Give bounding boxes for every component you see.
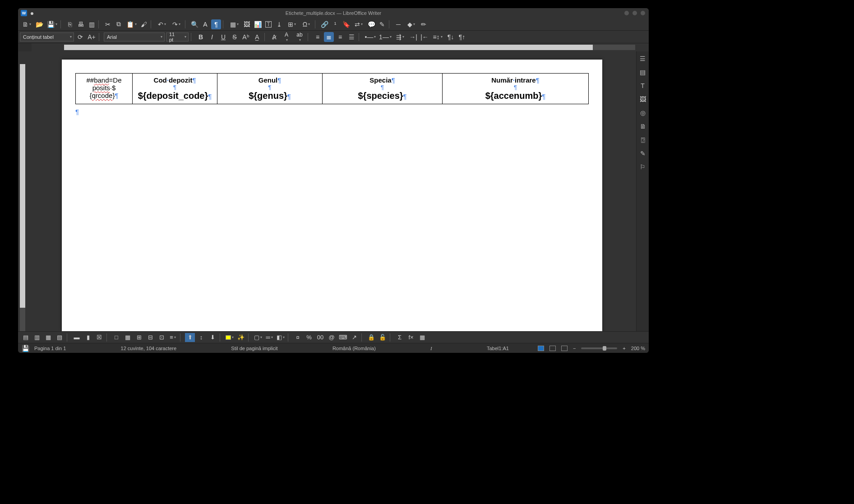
border-color-button[interactable]: ◧	[276, 333, 286, 342]
sum-button[interactable]: Σ	[395, 333, 405, 342]
bold-button[interactable]: B	[196, 32, 206, 42]
insert-field-button[interactable]: ⊞	[285, 19, 299, 29]
comment-button[interactable]: 💬	[366, 19, 376, 29]
align-left-button[interactable]: ≡	[313, 32, 323, 42]
increase-indent-button[interactable]: →|	[408, 32, 418, 42]
insert-page-break-button[interactable]: ⤓	[274, 19, 284, 29]
table-position-status[interactable]: Tabel1:A1	[487, 346, 509, 351]
footnote-button[interactable]: ¹	[330, 19, 340, 29]
window-control-max[interactable]	[632, 11, 637, 15]
insert-textbox-button[interactable]: 🅃	[263, 19, 273, 29]
page[interactable]: ##band=De posits·$ {qrcode}¶ Cod·depozit…	[62, 60, 602, 331]
redo-button[interactable]: ↷	[170, 19, 183, 29]
sidebar-page-icon[interactable]: 🗎	[638, 122, 647, 131]
optimize-button[interactable]: ≡	[168, 333, 178, 342]
sort-button[interactable]: ▦	[417, 333, 427, 342]
insert-col-right-button[interactable]: ▧	[55, 333, 65, 342]
subscript-button[interactable]: A̲	[252, 32, 262, 42]
table-row[interactable]: ##band=De posits·$ {qrcode}¶ Cod·depozit…	[76, 74, 589, 104]
draw-functions-button[interactable]: ✏	[419, 19, 429, 29]
track-changes-button[interactable]: ✎	[377, 19, 387, 29]
language-status[interactable]: Română (România)	[332, 346, 376, 351]
font-size-combo[interactable]: 11 pt	[166, 32, 189, 42]
cut-button[interactable]: ✂	[103, 19, 113, 29]
save-status-icon[interactable]: 💾	[22, 343, 29, 353]
align-center-button[interactable]: ≣	[324, 32, 334, 42]
basic-shapes-button[interactable]: ◆	[404, 19, 418, 29]
select-cell-button[interactable]: □	[111, 333, 121, 342]
hyperlink-button[interactable]: 🔗	[319, 19, 329, 29]
document-table[interactable]: ##band=De posits·$ {qrcode}¶ Cod·depozit…	[75, 73, 589, 104]
insert-mode-status[interactable]: I	[430, 346, 432, 351]
autoformat-button[interactable]: ✨	[236, 333, 246, 342]
copy-button[interactable]: ⧉	[114, 19, 124, 29]
align-bottom-button[interactable]: ⬇	[208, 333, 217, 342]
cell-accenumb[interactable]: Număr·intrare¶ ¶ ${accenumb}¶	[443, 74, 589, 104]
split-cells-button[interactable]: ⊟	[145, 333, 155, 342]
line-button[interactable]: ─	[393, 19, 403, 29]
insert-col-left-button[interactable]: ▦	[43, 333, 53, 342]
sidebar-accessibility-icon[interactable]: ⚐	[638, 162, 647, 171]
delete-table-button[interactable]: ☒	[94, 333, 104, 342]
merge-cells-button[interactable]: ⊞	[134, 333, 144, 342]
font-name-combo[interactable]: Arial	[104, 32, 165, 42]
insert-table-button[interactable]: ▦	[227, 19, 241, 29]
borders-button[interactable]: ▢	[253, 333, 263, 342]
paragraph-after[interactable]: ¶	[75, 108, 589, 116]
sidebar-gallery-icon[interactable]: 🖼	[638, 95, 647, 104]
unprotect-button[interactable]: 🔓	[378, 333, 388, 342]
formula-button[interactable]: f×	[406, 333, 416, 342]
horizontal-ruler[interactable]	[32, 43, 649, 51]
zoom-in-button[interactable]: +	[623, 346, 625, 351]
document-area[interactable]: ##band=De posits·$ {qrcode}¶ Cod·depozit…	[28, 51, 636, 331]
view-book-icon[interactable]	[561, 346, 568, 351]
strike-button[interactable]: S	[230, 32, 240, 42]
decrease-indent-button[interactable]: |←	[420, 32, 429, 42]
zoom-level-status[interactable]: 200 %	[631, 346, 645, 351]
cell-band[interactable]: ##band=De posits·$ {qrcode}¶	[76, 74, 133, 104]
align-justify-button[interactable]: ☰	[346, 32, 356, 42]
protect-button[interactable]: 🔒	[366, 333, 376, 342]
open-button[interactable]: 📂	[34, 19, 44, 29]
highlight-color-button[interactable]: ab	[294, 32, 305, 42]
number-format-default-button[interactable]: ⌨	[338, 333, 348, 342]
italic-button[interactable]: I	[207, 32, 217, 42]
align-top-button[interactable]: ⬆	[185, 333, 195, 342]
line-spacing-button[interactable]: ≡↕	[431, 32, 444, 42]
export-pdf-button[interactable]: ⎘	[65, 19, 75, 29]
select-table-button[interactable]: ▦	[123, 333, 133, 342]
number-format-decimal-button[interactable]: 00	[315, 333, 325, 342]
number-format-dialog-button[interactable]: ↗	[349, 333, 359, 342]
number-list-button[interactable]: 1—	[379, 32, 392, 42]
cell-bg-button[interactable]	[225, 333, 235, 342]
insert-row-below-button[interactable]: ▥	[32, 333, 42, 342]
formatting-marks-button[interactable]: ¶	[211, 19, 221, 29]
page-style-status[interactable]: Stil de pagină implicit	[231, 346, 277, 351]
new-button[interactable]: 🗎	[20, 19, 33, 29]
undo-button[interactable]: ↶	[155, 19, 169, 29]
bookmark-button[interactable]: 🔖	[341, 19, 351, 29]
cell-genus[interactable]: Genul¶ ¶ ${genus}¶	[217, 74, 323, 104]
bullet-list-button[interactable]: •—	[364, 32, 377, 42]
insert-image-button[interactable]: 🖼	[242, 19, 252, 29]
window-control-min[interactable]	[624, 11, 629, 15]
underline-button[interactable]: U	[218, 32, 228, 42]
outline-button[interactable]: ⇶	[393, 32, 407, 42]
sidebar-styles-icon[interactable]: T	[638, 81, 647, 90]
view-multi-icon[interactable]	[549, 346, 556, 351]
zoom-out-button[interactable]: −	[573, 346, 576, 351]
delete-col-button[interactable]: ▮	[83, 333, 93, 342]
number-format-at-button[interactable]: @	[327, 333, 337, 342]
delete-row-button[interactable]: ▬	[72, 333, 82, 342]
sidebar-menu-icon[interactable]: ☰	[638, 54, 647, 63]
insert-symbol-button[interactable]: Ω	[300, 19, 313, 29]
insert-row-above-button[interactable]: ▤	[21, 333, 31, 342]
paragraph-style-combo[interactable]: Conținut tabel	[20, 32, 74, 42]
find-button[interactable]: 🔍	[189, 19, 199, 29]
sidebar-properties-icon[interactable]: ▤	[638, 68, 647, 77]
window-control-close[interactable]	[641, 11, 645, 15]
font-color-button[interactable]: A	[281, 32, 292, 42]
print-preview-button[interactable]: ▥	[87, 19, 97, 29]
cell-deposit[interactable]: Cod·depozit¶ ¶ ${deposit_code}¶	[133, 74, 217, 104]
insert-chart-button[interactable]: 📊	[253, 19, 263, 29]
